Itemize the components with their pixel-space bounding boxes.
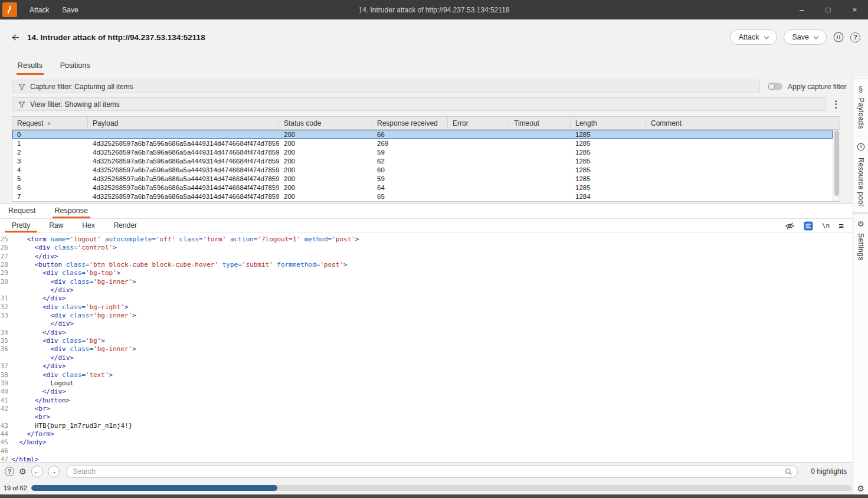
column-header-comment[interactable]: Comment <box>646 117 840 129</box>
hide-highlights-icon[interactable] <box>785 222 795 230</box>
results-table-body: 020066128514d325268597a6b7a596a686a5a444… <box>12 130 833 201</box>
column-header-status-code[interactable]: Status code <box>279 117 372 129</box>
status-bar: 19 of 62 <box>4 484 851 492</box>
tab-pretty[interactable]: Pretty <box>5 219 37 232</box>
table-row[interactable]: 54d325268597a6b7a596a686a5a4449314d47466… <box>12 174 833 183</box>
table-cell: 200 <box>279 175 372 182</box>
menu-attack[interactable]: Attack <box>23 0 55 19</box>
table-row[interactable]: 0200661285 <box>12 130 833 139</box>
sidebar-label-payloads: Payloads <box>857 98 865 129</box>
code-line: 39 Logout <box>0 379 853 388</box>
view-filter-row: View filter: Showing all items <box>12 97 856 111</box>
table-row[interactable]: 64d325268597a6b7a596a686a5a4449314d47466… <box>12 183 833 192</box>
table-cell: 269 <box>372 140 448 147</box>
minimize-button[interactable]: – <box>788 0 815 19</box>
resource-pool-icon <box>857 143 865 152</box>
sidebar-tab-payloads[interactable]: § Payloads <box>853 78 868 136</box>
help-button[interactable]: ? <box>850 32 860 42</box>
chevron-down-icon <box>764 34 768 38</box>
filter-funnel-icon <box>18 83 25 90</box>
capture-filter-text: Capture filter: Capturing all items <box>30 83 133 91</box>
tab-request[interactable]: Request <box>6 204 38 218</box>
tab-response[interactable]: Response <box>53 204 90 218</box>
results-table: Request Payload Status code Response rec… <box>12 116 840 202</box>
table-cell: 1285 <box>571 175 646 182</box>
view-filter-bar[interactable]: View filter: Showing all items <box>12 97 826 111</box>
column-header-error[interactable]: Error <box>448 117 509 129</box>
code-line: 35 <div class='bg'> <box>0 337 853 345</box>
search-settings-icon[interactable]: ⚙ <box>19 467 27 476</box>
previous-match-button[interactable]: ← <box>31 466 43 477</box>
table-row[interactable]: 74d325268597a6b7a596a686a5a4449314d47466… <box>12 192 833 201</box>
search-input[interactable] <box>66 465 798 478</box>
table-cell: 66 <box>372 131 448 138</box>
results-table-header: Request Payload Status code Response rec… <box>12 117 840 130</box>
table-cell: 1284 <box>571 193 646 200</box>
code-area[interactable]: 25 <form name='logout' autocomplete='off… <box>0 233 853 462</box>
tab-raw[interactable]: Raw <box>42 219 70 232</box>
table-cell: 1285 <box>571 158 646 165</box>
bottom-settings-icon[interactable]: ⚙ <box>853 484 868 493</box>
table-cell: 1285 <box>571 184 646 191</box>
table-cell: 200 <box>279 193 372 200</box>
table-scrollbar[interactable] <box>833 130 840 201</box>
next-match-button[interactable]: → <box>48 466 60 477</box>
table-cell: 4d325268597a6b7a596a686a5a4449314d474668… <box>88 175 279 182</box>
table-row[interactable]: 34d325268597a6b7a596a686a5a4449314d47466… <box>12 156 833 165</box>
burp-logo-icon <box>2 2 17 17</box>
code-line: 27 </div> <box>0 253 853 261</box>
maximize-button[interactable]: □ <box>815 0 841 19</box>
table-cell: 200 <box>279 140 372 147</box>
table-cell: 1285 <box>571 166 646 173</box>
table-row[interactable]: 14d325268597a6b7a596a686a5a4449314d47466… <box>12 139 833 148</box>
code-line: </div> <box>0 286 853 294</box>
table-cell: 4d325268597a6b7a596a686a5a4449314d474668… <box>88 184 279 191</box>
column-header-request[interactable]: Request <box>12 117 88 129</box>
capture-filter-bar[interactable]: Capture filter: Capturing all items <box>12 80 760 93</box>
table-scrollbar-thumb[interactable] <box>834 130 839 196</box>
window-bottom-edge <box>0 494 868 498</box>
menu-save[interactable]: Save <box>55 0 84 19</box>
search-box <box>66 465 798 478</box>
table-cell: 62 <box>372 158 448 165</box>
tab-hex[interactable]: Hex <box>75 219 101 232</box>
editor-menu-icon[interactable]: ≡ <box>838 221 844 230</box>
apply-capture-filter-label: Apply capture filter <box>788 83 846 91</box>
right-sidebar: § Payloads Resource pool ⚙ Settings ⚙ <box>853 77 868 494</box>
table-cell: 7 <box>12 193 88 200</box>
payloads-icon: § <box>859 85 863 93</box>
sidebar-tab-settings[interactable]: ⚙ Settings <box>853 213 868 267</box>
table-cell: 65 <box>372 193 448 200</box>
intruder-window: Attack Save 14. Intruder attack of http:… <box>0 0 868 498</box>
code-line: 25 <form name='logout' autocomplete='off… <box>0 235 853 244</box>
pause-attack-button[interactable] <box>833 32 844 42</box>
view-filter-menu-button[interactable] <box>834 99 838 110</box>
code-line: 38 <div class='text'> <box>0 371 853 379</box>
table-cell: 1 <box>12 140 88 147</box>
show-newlines-icon[interactable]: \n <box>822 222 830 230</box>
search-help-icon[interactable]: ? <box>5 467 14 476</box>
table-row[interactable]: 24d325268597a6b7a596a686a5a4449314d47466… <box>12 148 833 156</box>
table-cell: 5 <box>12 175 88 182</box>
table-row[interactable]: 44d325268597a6b7a596a686a5a4449314d47466… <box>12 165 833 174</box>
tab-render[interactable]: Render <box>107 219 144 232</box>
code-line: 37 </div> <box>0 362 853 371</box>
view-filter-text: View filter: Showing all items <box>30 100 120 109</box>
code-line: 31 </div> <box>0 294 853 303</box>
close-button[interactable]: × <box>841 0 868 19</box>
column-header-payload[interactable]: Payload <box>88 117 279 129</box>
save-button[interactable]: Save <box>784 30 827 45</box>
column-header-timeout[interactable]: Timeout <box>509 117 571 129</box>
tab-positions[interactable]: Positions <box>59 59 91 75</box>
column-header-response-received[interactable]: Response received <box>372 117 448 129</box>
attack-button[interactable]: Attack <box>730 30 777 45</box>
code-line: 43 HTB{burp_1n7rud3r_n1nj4!} <box>0 422 853 430</box>
table-cell: 200 <box>279 166 372 173</box>
wrap-lines-icon[interactable] <box>804 221 813 231</box>
apply-capture-filter-toggle[interactable] <box>768 83 782 90</box>
sidebar-tab-resource-pool[interactable]: Resource pool <box>853 136 868 214</box>
table-cell: 200 <box>279 184 372 191</box>
sidebar-label-resource-pool: Resource pool <box>857 158 865 207</box>
tab-results[interactable]: Results <box>17 59 44 75</box>
column-header-length[interactable]: Length <box>571 117 646 129</box>
